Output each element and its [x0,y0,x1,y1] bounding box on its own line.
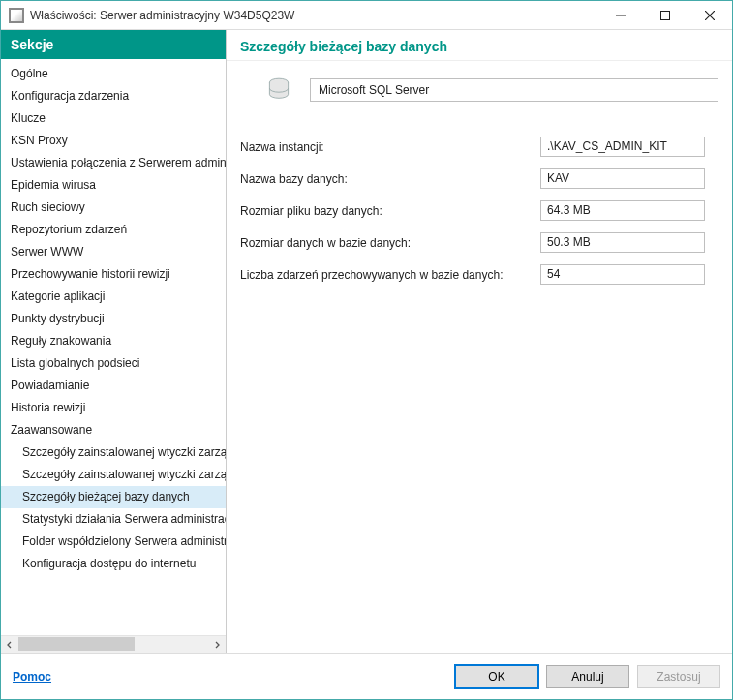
sidebar-item[interactable]: Serwer WWW [1,241,226,263]
dialog-window: Właściwości: Serwer administracyjny W34D… [0,0,733,700]
field-value: 54 [540,264,705,285]
field-value: KAV [540,168,705,189]
form-row: Nazwa instancji:.\KAV_CS_ADMIN_KIT [240,137,718,157]
sidebar-item[interactable]: Przechowywanie historii rewizji [1,263,226,286]
window-buttons [598,1,732,29]
form-row: Rozmiar pliku bazy danych:64.3 MB [240,200,718,221]
sidebar-header: Sekcje [1,30,226,59]
form-row: Rozmiar danych w bazie danych:50.3 MB [240,232,718,253]
scroll-left-arrow-icon[interactable] [1,636,18,653]
sidebar-item[interactable]: Kategorie aplikacji [1,286,226,308]
sidebar-hscrollbar[interactable] [1,635,226,653]
database-icon [265,76,292,104]
sidebar-item[interactable]: Reguły znakowania [1,330,226,352]
form-row: Liczba zdarzeń przechowywanych w bazie d… [240,264,718,285]
svg-rect-1 [661,11,670,19]
cancel-button[interactable]: Anuluj [546,665,629,688]
content-pane: Szczegóły bieżącej bazy danych Microsoft… [227,30,732,653]
content-header: Szczegóły bieżącej bazy danych [227,30,732,61]
field-label: Nazwa bazy danych: [240,172,540,186]
sidebar-item[interactable]: Zaawansowane [1,419,226,441]
dialog-body: Sekcje OgólneKonfiguracja zdarzeniaKlucz… [1,30,732,653]
sidebar-item[interactable]: Ustawienia połączenia z Serwerem adminis… [1,152,226,174]
sidebar-item[interactable]: Konfiguracja dostępu do internetu [1,553,226,575]
app-icon [9,8,24,23]
field-label: Rozmiar danych w bazie danych: [240,236,540,250]
field-value: 64.3 MB [540,200,705,221]
scroll-thumb[interactable] [18,637,135,651]
db-type-field: Microsoft SQL Server [310,78,718,102]
sidebar-item[interactable]: Powiadamianie [1,375,226,397]
titlebar: Właściwości: Serwer administracyjny W34D… [1,1,732,30]
sidebar-item[interactable]: Lista globalnych podsieci [1,352,226,375]
sidebar-item[interactable]: Szczegóły zainstalowanej wtyczki zarządz… [1,441,226,464]
sidebar-item[interactable]: Epidemia wirusa [1,174,226,197]
close-icon [705,11,715,20]
sidebar-item[interactable]: Szczegóły bieżącej bazy danych [1,486,226,508]
sidebar-item[interactable]: Ruch sieciowy [1,197,226,219]
close-button[interactable] [687,1,732,29]
maximize-icon [660,11,670,20]
window-title: Właściwości: Serwer administracyjny W34D… [30,9,598,22]
maximize-button[interactable] [643,1,687,29]
ok-button[interactable]: OK [455,665,538,688]
sidebar-item[interactable]: Klucze [1,107,226,130]
field-label: Rozmiar pliku bazy danych: [240,204,540,218]
sidebar-item[interactable]: KSN Proxy [1,130,226,152]
apply-button[interactable]: Zastosuj [637,665,720,688]
db-type-row: Microsoft SQL Server [227,61,732,107]
sidebar-item[interactable]: Ogólne [1,63,226,85]
sidebar-list: OgólneKonfiguracja zdarzeniaKluczeKSN Pr… [1,59,226,635]
sidebar-item[interactable]: Konfiguracja zdarzenia [1,85,226,107]
field-value: 50.3 MB [540,232,705,253]
sidebar-item[interactable]: Historia rewizji [1,397,226,419]
form-rows: Nazwa instancji:.\KAV_CS_ADMIN_KITNazwa … [227,107,732,285]
minimize-button[interactable] [598,1,643,29]
field-label: Nazwa instancji: [240,140,540,154]
form-row: Nazwa bazy danych:KAV [240,168,718,189]
minimize-icon [616,11,626,20]
footer: Pomoc OK Anuluj Zastosuj [1,653,732,699]
field-label: Liczba zdarzeń przechowywanych w bazie d… [240,268,540,282]
sidebar-item[interactable]: Statystyki działania Serwera administrac… [1,508,226,531]
sidebar: Sekcje OgólneKonfiguracja zdarzeniaKlucz… [1,30,227,653]
sidebar-item[interactable]: Folder współdzielony Serwera administrac… [1,531,226,553]
scroll-right-arrow-icon[interactable] [208,636,226,653]
sidebar-item[interactable]: Szczegóły zainstalowanej wtyczki zarządz… [1,464,226,486]
field-value: .\KAV_CS_ADMIN_KIT [540,137,705,157]
scroll-track[interactable] [18,636,208,653]
sidebar-item[interactable]: Punkty dystrybucji [1,308,226,330]
help-link[interactable]: Pomoc [13,670,51,684]
sidebar-item[interactable]: Repozytorium zdarzeń [1,219,226,241]
